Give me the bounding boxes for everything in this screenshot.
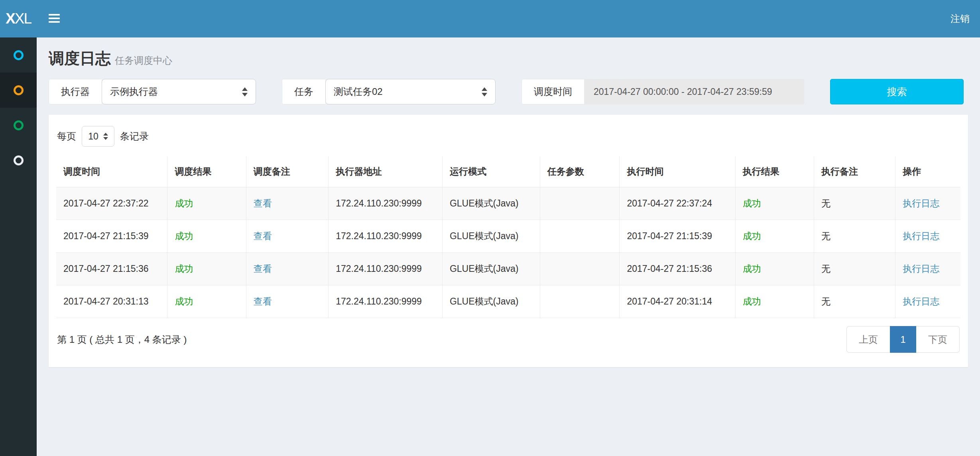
cell-trigger-time: 2017-04-27 21:15:36 — [56, 253, 167, 285]
select-arrows-icon — [242, 87, 248, 96]
page-size-suffix-label: 条记录 — [120, 130, 149, 143]
sidebar-item-3[interactable] — [0, 108, 37, 143]
logo-text-bold: X — [6, 10, 15, 27]
trigger-time-filter-group: 调度时间 — [521, 79, 804, 104]
main-content: 调度日志任务调度中心 执行器 示例执行器 任务 测试任务02 调度时间 搜索 每… — [37, 37, 980, 367]
col-header-action: 操作 — [895, 156, 960, 187]
executor-select[interactable]: 示例执行器 — [102, 79, 256, 104]
cell-job-param — [540, 285, 620, 318]
executor-filter-group: 执行器 示例执行器 — [49, 79, 256, 104]
circle-icon — [14, 85, 24, 95]
select-arrows-icon — [103, 133, 108, 140]
executor-select-value: 示例执行器 — [110, 85, 158, 98]
job-select[interactable]: 测试任务02 — [325, 79, 496, 104]
cell-run-mode: GLUE模式(Java) — [442, 220, 540, 253]
view-trigger-msg-link[interactable]: 查看 — [246, 285, 328, 318]
page-size-control: 每页 10 条记录 — [57, 126, 960, 147]
exec-log-link[interactable]: 执行日志 — [895, 220, 960, 253]
col-header-trigger-result: 调度结果 — [167, 156, 246, 187]
page-size-select[interactable]: 10 — [82, 126, 114, 147]
current-page-button[interactable]: 1 — [890, 326, 916, 353]
filter-toolbar: 执行器 示例执行器 任务 测试任务02 调度时间 搜索 — [49, 79, 968, 104]
cell-trigger-result: 成功 — [167, 253, 246, 285]
trigger-time-filter-label: 调度时间 — [521, 79, 584, 104]
cell-executor-address: 172.24.110.230:9999 — [329, 285, 443, 318]
job-filter-label: 任务 — [282, 79, 325, 104]
next-page-button[interactable]: 下页 — [916, 326, 960, 353]
top-navbar: XXL 注销 — [0, 0, 980, 37]
job-select-value: 测试任务02 — [334, 85, 383, 98]
cell-run-mode: GLUE模式(Java) — [442, 187, 540, 220]
search-button[interactable]: 搜索 — [830, 79, 964, 104]
cell-trigger-result: 成功 — [167, 220, 246, 253]
cell-handle-msg: 无 — [814, 220, 895, 253]
sidebar-toggle-button[interactable] — [49, 14, 60, 25]
col-header-address: 执行器地址 — [329, 156, 443, 187]
logout-link[interactable]: 注销 — [950, 0, 970, 37]
cell-trigger-result: 成功 — [167, 187, 246, 220]
sidebar — [0, 37, 37, 456]
exec-log-link[interactable]: 执行日志 — [895, 253, 960, 285]
cell-handle-result: 成功 — [735, 187, 814, 220]
cell-trigger-time: 2017-04-27 21:15:39 — [56, 220, 167, 253]
cell-executor-address: 172.24.110.230:9999 — [329, 253, 443, 285]
table-row: 2017-04-27 21:15:36 成功 查看 172.24.110.230… — [56, 253, 960, 285]
table-header-row: 调度时间 调度结果 调度备注 执行器地址 运行模式 任务参数 执行时间 执行结果… — [56, 156, 960, 187]
cell-executor-address: 172.24.110.230:9999 — [329, 187, 443, 220]
cell-handle-time: 2017-04-27 21:15:39 — [620, 220, 735, 253]
col-header-trigger-msg: 调度备注 — [246, 156, 328, 187]
logo-text: XL — [15, 10, 31, 27]
col-header-param: 任务参数 — [540, 156, 620, 187]
content-header: 调度日志任务调度中心 — [37, 37, 980, 76]
pagination-bar: 第 1 页 ( 总共 1 页，4 条记录 ) 上页 1 下页 — [57, 326, 960, 353]
col-header-handle-time: 执行时间 — [620, 156, 735, 187]
app-logo[interactable]: XXL — [0, 0, 37, 37]
executor-filter-label: 执行器 — [49, 79, 102, 104]
exec-log-link[interactable]: 执行日志 — [895, 187, 960, 220]
cell-handle-result: 成功 — [735, 220, 814, 253]
cell-job-param — [540, 220, 620, 253]
cell-handle-time: 2017-04-27 20:31:14 — [620, 285, 735, 318]
circle-icon — [14, 50, 24, 60]
sidebar-item-2[interactable] — [0, 73, 37, 108]
cell-handle-time: 2017-04-27 22:37:24 — [620, 187, 735, 220]
sidebar-item-1[interactable] — [0, 37, 37, 73]
cell-handle-time: 2017-04-27 21:15:36 — [620, 253, 735, 285]
view-trigger-msg-link[interactable]: 查看 — [246, 220, 328, 253]
trigger-time-range-input[interactable] — [584, 79, 804, 104]
cell-handle-msg: 无 — [814, 285, 895, 318]
view-trigger-msg-link[interactable]: 查看 — [246, 187, 328, 220]
cell-executor-address: 172.24.110.230:9999 — [329, 220, 443, 253]
col-header-handle-result: 执行结果 — [735, 156, 814, 187]
cell-job-param — [540, 253, 620, 285]
cell-run-mode: GLUE模式(Java) — [442, 285, 540, 318]
col-header-mode: 运行模式 — [442, 156, 540, 187]
cell-job-param — [540, 187, 620, 220]
hamburger-icon — [49, 14, 60, 16]
cell-trigger-result: 成功 — [167, 285, 246, 318]
view-trigger-msg-link[interactable]: 查看 — [246, 253, 328, 285]
cell-run-mode: GLUE模式(Java) — [442, 253, 540, 285]
page-size-value: 10 — [88, 131, 98, 142]
circle-icon — [14, 120, 24, 130]
job-filter-group: 任务 测试任务02 — [282, 79, 496, 104]
page-subtitle: 任务调度中心 — [115, 55, 172, 66]
sidebar-item-4[interactable] — [0, 143, 37, 178]
table-row: 2017-04-27 22:37:22 成功 查看 172.24.110.230… — [56, 187, 960, 220]
cell-trigger-time: 2017-04-27 22:37:22 — [56, 187, 167, 220]
col-header-handle-msg: 执行备注 — [814, 156, 895, 187]
exec-log-link[interactable]: 执行日志 — [895, 285, 960, 318]
table-row: 2017-04-27 21:15:39 成功 查看 172.24.110.230… — [56, 220, 960, 253]
page-title: 调度日志任务调度中心 — [49, 48, 968, 69]
prev-page-button[interactable]: 上页 — [846, 326, 890, 353]
log-panel: 每页 10 条记录 调度时间 调度结果 调度备注 执行器地址 运行模式 — [49, 115, 968, 367]
page-title-text: 调度日志 — [49, 50, 111, 67]
page-size-prefix-label: 每页 — [57, 130, 76, 143]
cell-trigger-time: 2017-04-27 20:31:13 — [56, 285, 167, 318]
select-arrows-icon — [482, 87, 487, 96]
pagination-info: 第 1 页 ( 总共 1 页，4 条记录 ) — [57, 333, 187, 346]
cell-handle-msg: 无 — [814, 187, 895, 220]
col-header-trigger-time: 调度时间 — [56, 156, 167, 187]
cell-handle-result: 成功 — [735, 285, 814, 318]
cell-handle-msg: 无 — [814, 253, 895, 285]
